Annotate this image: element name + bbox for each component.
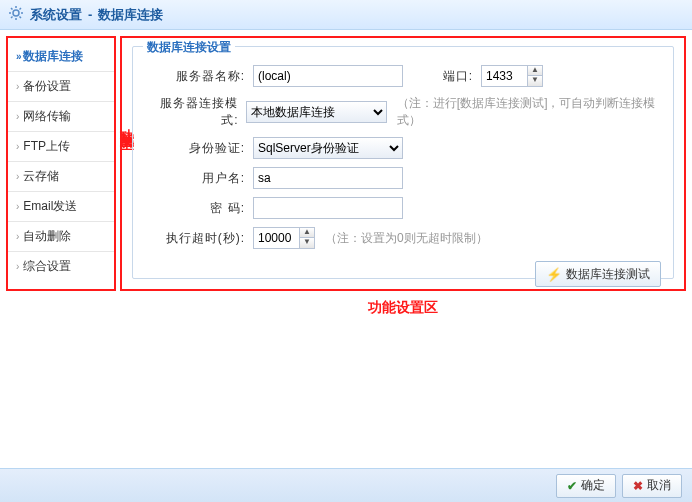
chevron-right-icon: » xyxy=(16,51,19,62)
cancel-label: 取消 xyxy=(647,477,671,494)
fieldset-legend: 数据库连接设置 xyxy=(143,39,235,56)
chevron-right-icon: › xyxy=(16,81,19,92)
mode-select[interactable]: 本地数据库连接 xyxy=(246,101,386,123)
svg-line-7 xyxy=(11,17,13,19)
cancel-button[interactable]: ✖取消 xyxy=(622,474,682,498)
timeout-input[interactable] xyxy=(253,227,299,249)
user-input[interactable] xyxy=(253,167,403,189)
chevron-right-icon: › xyxy=(16,141,19,152)
sidebar-item-label: 综合设置 xyxy=(23,258,71,275)
title-sep: - xyxy=(88,7,92,22)
timeout-stepper[interactable]: ▲▼ xyxy=(253,227,315,249)
title-main: 系统设置 xyxy=(30,6,82,24)
timeout-hint: （注：设置为0则无超时限制） xyxy=(325,230,488,247)
sidebar-item-cloud[interactable]: ›云存储 xyxy=(8,162,114,192)
timeout-label: 执行超时(秒): xyxy=(145,230,245,247)
port-stepper[interactable]: ▲▼ xyxy=(481,65,543,87)
auth-select[interactable]: SqlServer身份验证 xyxy=(253,137,403,159)
chevron-right-icon: › xyxy=(16,261,19,272)
chevron-right-icon: › xyxy=(16,171,19,182)
sidebar-item-autodel[interactable]: ›自动删除 xyxy=(8,222,114,252)
chevron-right-icon: › xyxy=(16,231,19,242)
user-label: 用户名: xyxy=(145,170,245,187)
sidebar-item-label: 数据库连接 xyxy=(23,48,83,65)
mode-label: 服务器连接模式: xyxy=(145,95,238,129)
server-input[interactable] xyxy=(253,65,403,87)
chevron-right-icon: › xyxy=(16,111,19,122)
pwd-label: 密 码: xyxy=(145,200,245,217)
footer: ✔确定 ✖取消 xyxy=(0,468,692,502)
test-connection-button[interactable]: ⚡ 数据库连接测试 xyxy=(535,261,661,287)
port-input[interactable] xyxy=(481,65,527,87)
pwd-input[interactable] xyxy=(253,197,403,219)
titlebar: 系统设置 - 数据库连接 xyxy=(0,0,692,30)
gear-icon xyxy=(8,5,24,24)
port-label: 端口: xyxy=(423,68,473,85)
sidebar-item-label: 云存储 xyxy=(23,168,59,185)
sidebar-item-backup[interactable]: ›备份设置 xyxy=(8,72,114,102)
sidebar-item-label: 自动删除 xyxy=(23,228,71,245)
ok-button[interactable]: ✔确定 xyxy=(556,474,616,498)
cross-icon: ✖ xyxy=(633,479,643,493)
sidebar: »数据库连接 ›备份设置 ›网络传输 ›FTP上传 ›云存储 ›Email发送 … xyxy=(6,36,116,291)
server-label: 服务器名称: xyxy=(145,68,245,85)
sidebar-item-label: Email发送 xyxy=(23,198,77,215)
spin-down-icon[interactable]: ▼ xyxy=(528,76,542,86)
sidebar-item-general[interactable]: ›综合设置 xyxy=(8,252,114,281)
svg-line-6 xyxy=(20,17,22,19)
sidebar-item-label: FTP上传 xyxy=(23,138,70,155)
sidebar-item-network[interactable]: ›网络传输 xyxy=(8,102,114,132)
title-sub: 数据库连接 xyxy=(98,6,163,24)
check-icon: ✔ xyxy=(567,479,577,493)
sidebar-item-ftp[interactable]: ›FTP上传 xyxy=(8,132,114,162)
ok-label: 确定 xyxy=(581,477,605,494)
sidebar-item-label: 网络传输 xyxy=(23,108,71,125)
sidebar-item-email[interactable]: ›Email发送 xyxy=(8,192,114,222)
svg-line-8 xyxy=(20,8,22,10)
chevron-right-icon: › xyxy=(16,201,19,212)
annotation-main: 功能设置区 xyxy=(120,299,686,317)
auth-label: 身份验证: xyxy=(145,140,245,157)
spin-down-icon[interactable]: ▼ xyxy=(300,238,314,248)
svg-point-0 xyxy=(13,10,19,16)
sidebar-item-db[interactable]: »数据库连接 xyxy=(8,42,114,72)
svg-line-5 xyxy=(11,8,13,10)
sidebar-item-label: 备份设置 xyxy=(23,78,71,95)
mode-hint: （注：进行[数据库连接测试]，可自动判断连接模式） xyxy=(397,95,661,129)
test-button-label: 数据库连接测试 xyxy=(566,266,650,283)
settings-panel: 数据库连接设置 服务器名称: 端口: ▲▼ 服务器连接模式: 本地数据库连接 xyxy=(120,36,686,291)
lightning-icon: ⚡ xyxy=(546,267,562,282)
